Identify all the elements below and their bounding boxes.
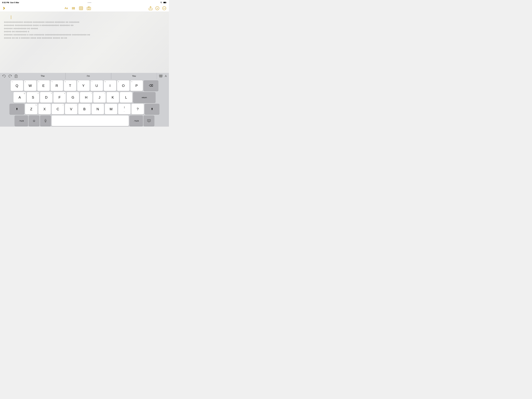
corrupt-line-5: ◇◇◇◇◇◇ ◇◇◇◇◇◇◇◇◇ ◇ ◇◇◇ ◇◇◇◇◇◇◇ ◇◇◇◇◇◇◇◇◇… bbox=[4, 33, 165, 36]
key-a[interactable]: @ A bbox=[13, 92, 26, 103]
key-r[interactable]: 4 R bbox=[51, 80, 63, 91]
key-emoji[interactable]: ☺ bbox=[29, 115, 39, 126]
key-t[interactable]: 5 T bbox=[64, 80, 76, 91]
key-numbers-left[interactable]: .?123 bbox=[15, 115, 28, 126]
key-i[interactable]: 8 I bbox=[104, 80, 116, 91]
key-space[interactable] bbox=[52, 115, 129, 126]
svg-point-21 bbox=[165, 8, 165, 8]
svg-rect-29 bbox=[161, 75, 162, 76]
svg-rect-8 bbox=[73, 9, 75, 9]
dot1 bbox=[88, 2, 89, 3]
format-button[interactable]: Aa bbox=[65, 7, 68, 10]
corrupt-line-1: ◇◇◇◇◇◇◇◇◇◇◇◇◇ ◇◇◇◇◇◇ ◇◇◇◇◇◇◇◇ ◇◇◇◇◇◇ ◇◇◇… bbox=[4, 21, 165, 24]
suggestion-im[interactable]: I'm bbox=[65, 73, 111, 79]
toolbar-left bbox=[3, 6, 7, 10]
svg-rect-27 bbox=[159, 75, 160, 76]
key-x[interactable]: - X bbox=[38, 104, 51, 114]
suggestion-you[interactable]: You bbox=[111, 73, 157, 79]
undo-redo-area bbox=[0, 74, 20, 78]
key-j[interactable]: ) J bbox=[93, 92, 106, 103]
battery-icon bbox=[163, 2, 167, 3]
toolbar-center: Aa bbox=[65, 6, 91, 10]
svg-rect-23 bbox=[16, 75, 17, 75]
wifi-icon bbox=[160, 2, 163, 3]
key-b[interactable]: / B bbox=[78, 104, 91, 114]
svg-rect-33 bbox=[160, 77, 162, 77]
key-return[interactable]: return bbox=[133, 92, 155, 103]
svg-point-4 bbox=[72, 8, 73, 8]
svg-rect-30 bbox=[159, 76, 160, 76]
svg-point-19 bbox=[163, 8, 164, 8]
key-n[interactable]: ; N bbox=[91, 104, 104, 114]
key-exclaim[interactable]: . !, bbox=[118, 104, 131, 114]
key-y[interactable]: 6 Y bbox=[77, 80, 90, 91]
key-w[interactable]: 2 W bbox=[24, 80, 37, 91]
paste-button[interactable] bbox=[14, 74, 18, 78]
key-v[interactable]: = V bbox=[65, 104, 77, 114]
redo-button[interactable] bbox=[8, 75, 12, 78]
key-shift-left[interactable]: ⬆ bbox=[10, 104, 24, 114]
status-bar: 9:52 PM Sun 5 Mar bbox=[0, 0, 169, 5]
status-icons bbox=[160, 2, 167, 3]
suggestion-the[interactable]: The bbox=[20, 73, 65, 79]
key-h[interactable]: ( H bbox=[80, 92, 92, 103]
key-row-2: @ A # S ₹ D & F * G ( H ) J ' K bbox=[0, 92, 168, 103]
key-p[interactable]: 0 P bbox=[130, 80, 143, 91]
key-g[interactable]: * G bbox=[67, 92, 79, 103]
content-area[interactable]: ◇◇◇◇◇◇◇◇◇◇◇◇◇ ◇◇◇◇◇◇ ◇◇◇◇◇◇◇◇ ◇◇◇◇◇◇ ◇◇◇… bbox=[0, 12, 169, 73]
key-f[interactable]: & F bbox=[53, 92, 66, 103]
key-numbers-right[interactable]: .?123 bbox=[130, 115, 143, 126]
toolbar-right: A bbox=[149, 6, 166, 10]
key-e[interactable]: 3 E bbox=[37, 80, 50, 91]
corrupt-text-block: ◇◇◇◇◇◇◇◇◇◇◇◇◇ ◇◇◇◇◇◇ ◇◇◇◇◇◇◇◇ ◇◇◇◇◇◇ ◇◇◇… bbox=[4, 21, 165, 39]
undo-button[interactable] bbox=[2, 75, 6, 78]
keyboard-grid-icon[interactable] bbox=[159, 75, 163, 78]
mic-icon bbox=[44, 119, 47, 122]
key-k[interactable]: ' K bbox=[107, 92, 119, 103]
status-dots bbox=[88, 2, 91, 3]
key-row-4: .?123 ☺ .?123 bbox=[0, 115, 168, 127]
key-m[interactable]: : M bbox=[105, 104, 117, 114]
corrupt-line-2: ◇◇◇◇◇◇◇ ◇◇◇◇◇◇◇◇◇◇◇◇ ◇◇◇◇ ◇ ◇◇◇◇◇◇◇◇◇◇◇◇… bbox=[4, 24, 165, 27]
svg-point-20 bbox=[164, 8, 165, 8]
markup-icon[interactable]: A bbox=[155, 6, 159, 10]
share-icon[interactable] bbox=[149, 6, 152, 10]
toolbar: Aa bbox=[0, 5, 169, 12]
more-icon[interactable] bbox=[162, 6, 166, 10]
svg-rect-37 bbox=[147, 120, 151, 121]
key-row-3: ⬆ % Z - X + C = V / B ; N : M bbox=[0, 104, 168, 114]
svg-point-3 bbox=[72, 7, 73, 8]
autocomplete-bar: The I'm You A bbox=[0, 73, 169, 79]
text-cursor bbox=[11, 15, 11, 19]
dot2 bbox=[89, 2, 90, 3]
svg-rect-22 bbox=[15, 75, 17, 78]
key-backspace[interactable]: ⌫ bbox=[144, 80, 158, 91]
key-o[interactable]: 9 O bbox=[117, 80, 130, 91]
corrupt-line-4: ◇◇◇◇◇ ◇◇ ◇◇◇◇◇◇◇◇ ◇ bbox=[4, 30, 165, 33]
key-c[interactable]: + C bbox=[52, 104, 64, 114]
key-s[interactable]: # S bbox=[27, 92, 39, 103]
key-d[interactable]: ₹ D bbox=[40, 92, 52, 103]
key-q[interactable]: 1 Q bbox=[11, 80, 23, 91]
autocomplete-right-icons: A bbox=[157, 74, 169, 78]
corrupt-line-3: ◇◇◇◇◇◇ ◇◇◇◇◇◇◇◇◇ ◇◇ ◇◇◇◇◇ bbox=[4, 27, 165, 30]
caps-indicator[interactable]: A bbox=[165, 74, 167, 78]
svg-rect-31 bbox=[160, 76, 161, 76]
key-z[interactable]: % Z bbox=[25, 104, 38, 114]
keyboard-hide-icon bbox=[147, 119, 151, 122]
key-l[interactable]: " L bbox=[120, 92, 132, 103]
svg-rect-1 bbox=[166, 2, 166, 3]
key-keyboard-hide[interactable] bbox=[144, 115, 154, 126]
list-icon[interactable] bbox=[72, 6, 75, 10]
key-u[interactable]: 7 U bbox=[90, 80, 103, 91]
table-icon[interactable] bbox=[79, 6, 83, 10]
collapse-icon[interactable] bbox=[3, 6, 7, 10]
dot3 bbox=[90, 2, 91, 3]
status-time-date: 9:52 PM Sun 5 Mar bbox=[2, 1, 19, 4]
svg-point-15 bbox=[88, 8, 90, 9]
camera-icon[interactable] bbox=[87, 6, 91, 10]
svg-rect-6 bbox=[73, 7, 75, 8]
key-microphone[interactable] bbox=[40, 115, 51, 126]
key-shift-right[interactable]: ⬆ bbox=[145, 104, 159, 114]
key-question[interactable]: . ? bbox=[131, 104, 144, 114]
